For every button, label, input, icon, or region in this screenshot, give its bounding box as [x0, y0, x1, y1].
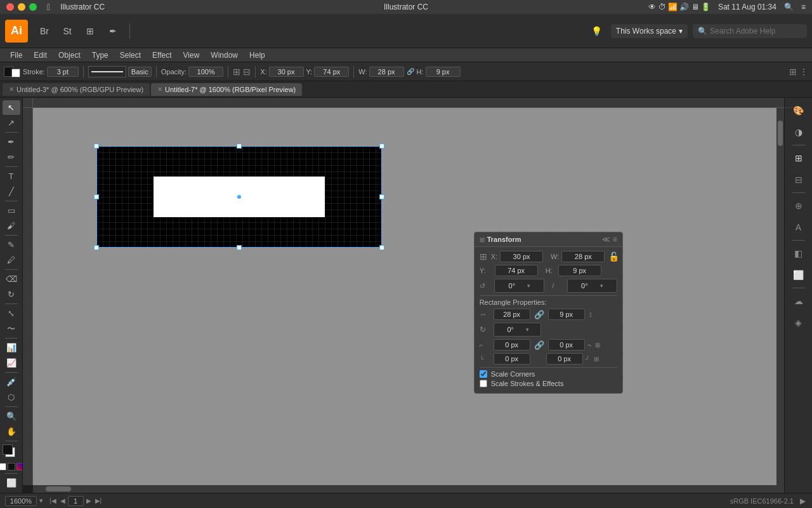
handle-bl[interactable]	[94, 245, 99, 250]
corner-style-icon2[interactable]: ⊞	[594, 356, 599, 363]
menu-type[interactable]: Type	[87, 50, 114, 61]
scale-tool[interactable]: ⤡	[3, 306, 20, 321]
panel-collapse-icon[interactable]: ≪	[602, 235, 610, 244]
w-input[interactable]	[369, 67, 404, 77]
rotate-input[interactable]	[497, 281, 526, 291]
search-icon[interactable]: 🔍	[784, 3, 794, 11]
rotate-chevron[interactable]: ▾	[527, 283, 530, 289]
chain-icon-center[interactable]: 🔗	[534, 310, 544, 319]
handle-bm[interactable]	[237, 245, 242, 250]
hand-tool[interactable]: ✋	[3, 424, 20, 439]
panel-toggle-icon[interactable]: ⊞	[789, 67, 797, 77]
pen-tool[interactable]: ✒	[3, 135, 20, 149]
assets-panel-btn[interactable]: ☁	[789, 291, 809, 311]
chain-icon[interactable]: 🔗	[407, 68, 414, 75]
vscroll-thumb[interactable]	[778, 121, 783, 146]
more-options-icon[interactable]: ⋮	[799, 67, 808, 77]
handle-ml[interactable]	[94, 194, 99, 199]
scale-strokes-checkbox[interactable]	[480, 380, 487, 387]
type-tool[interactable]: T	[3, 169, 20, 184]
tab-close-2[interactable]: ✕	[157, 86, 162, 93]
column-graph-tool[interactable]: 📈	[3, 356, 20, 370]
none-mode[interactable]	[8, 463, 15, 471]
canvas[interactable]: ⊞ Transform ≪ ≡ ⊞ X:	[33, 108, 777, 485]
arrange-button[interactable]: ⊞	[81, 22, 99, 40]
search-input[interactable]	[710, 27, 799, 36]
warp-tool[interactable]: 〜	[3, 321, 20, 336]
bridge-button[interactable]: Br	[36, 22, 53, 40]
line-tool[interactable]: ╱	[3, 184, 20, 199]
stock-button[interactable]: St	[58, 22, 76, 40]
workspace-selector[interactable]: This Works space ▾	[611, 24, 688, 38]
status-play-btn[interactable]: ▶	[799, 497, 807, 505]
color-swatches[interactable]	[3, 444, 20, 460]
eyedropper-tool[interactable]: 💉	[3, 375, 20, 389]
select-tool[interactable]: ↖	[3, 100, 20, 115]
corner-bl-input[interactable]	[494, 353, 530, 364]
zoom-tool[interactable]: 🔍	[3, 409, 20, 424]
gradient-mode[interactable]	[16, 463, 23, 471]
blob-brush-tool[interactable]: 🖊	[3, 253, 20, 267]
menu-help[interactable]: Help	[244, 50, 270, 61]
close-button[interactable]	[6, 3, 14, 11]
nav-last[interactable]: ▶|	[94, 497, 103, 504]
direct-select-tool[interactable]: ↗	[3, 116, 20, 130]
hscroll-thumb[interactable]	[46, 486, 71, 491]
scale-corners-checkbox[interactable]	[480, 370, 487, 378]
rotate-input-box[interactable]: ▾	[494, 279, 544, 293]
tab-untitled3[interactable]: ✕ Untitled-3* @ 600% (RGB/GPU Preview)	[3, 83, 150, 96]
panel-w-input[interactable]	[561, 251, 605, 262]
corner-style-icon[interactable]: ⊞	[595, 342, 600, 349]
rotate-tool[interactable]: ↻	[3, 287, 20, 302]
opacity-input[interactable]	[188, 67, 223, 77]
rectangle-tool[interactable]: ▭	[3, 203, 20, 218]
h-input[interactable]	[426, 67, 461, 77]
panel-menu-icon[interactable]: ≡	[613, 235, 617, 244]
lightbulb-icon[interactable]: 💡	[588, 22, 606, 40]
handle-tr[interactable]	[379, 144, 384, 149]
rect-w-input[interactable]	[494, 309, 530, 320]
app-menu-item[interactable]: Illustrator CC	[60, 3, 105, 11]
rect-rotate-box[interactable]: ▾	[494, 323, 541, 337]
rect-h-input[interactable]	[548, 309, 585, 320]
page-input[interactable]	[68, 496, 84, 506]
handle-tl[interactable]	[94, 144, 99, 149]
artboard-tool[interactable]: ⬜	[3, 476, 20, 490]
rect-rotate-input[interactable]	[497, 324, 525, 335]
layers-panel-btn[interactable]: ◧	[789, 243, 809, 264]
nav-first[interactable]: |◀	[48, 497, 58, 504]
handle-br[interactable]	[379, 245, 384, 250]
menu-icon[interactable]: ≡	[801, 3, 806, 11]
fill-mode[interactable]	[0, 463, 6, 471]
panel-header[interactable]: ⊞ Transform ≪ ≡	[475, 232, 622, 247]
stroke-preview[interactable]	[88, 66, 126, 77]
nav-prev[interactable]: ◀	[59, 497, 67, 504]
appearance-panel-btn[interactable]: ◈	[789, 312, 809, 333]
panel-h-input[interactable]	[558, 265, 601, 276]
menu-effect[interactable]: Effect	[147, 50, 176, 61]
anchor-tool[interactable]: ✏	[3, 150, 20, 164]
chain-lock-icon[interactable]: 🔓	[608, 251, 619, 262]
nav-next[interactable]: ▶	[85, 497, 93, 504]
corner-chain-icon[interactable]: 🔗	[534, 340, 544, 350]
pen-tool-quick[interactable]: ✒	[104, 22, 122, 40]
minimize-button[interactable]	[18, 3, 25, 11]
menu-window[interactable]: Window	[206, 50, 243, 61]
menu-file[interactable]: File	[5, 50, 27, 61]
pathfinder-panel-btn[interactable]: ⊕	[789, 196, 809, 216]
shear-chevron[interactable]: ▾	[600, 283, 603, 289]
tab-close-1[interactable]: ✕	[9, 86, 14, 93]
shear-input[interactable]	[570, 281, 599, 291]
maximize-button[interactable]	[29, 3, 37, 11]
eraser-tool[interactable]: ⌫	[3, 272, 20, 286]
type-panel-btn[interactable]: A	[789, 217, 809, 237]
search-adobe-help[interactable]: 🔍	[693, 24, 807, 38]
pencil-tool[interactable]: ✎	[3, 237, 20, 252]
handle-tm[interactable]	[237, 144, 242, 149]
corner-br-input[interactable]	[546, 353, 583, 364]
menu-edit[interactable]: Edit	[29, 50, 52, 61]
shear-input-box[interactable]: ▾	[567, 279, 617, 293]
panel-y-input[interactable]	[495, 265, 538, 276]
zoom-chevron[interactable]: ▾	[39, 497, 43, 505]
gradient-panel-btn[interactable]: ◑	[789, 122, 809, 142]
